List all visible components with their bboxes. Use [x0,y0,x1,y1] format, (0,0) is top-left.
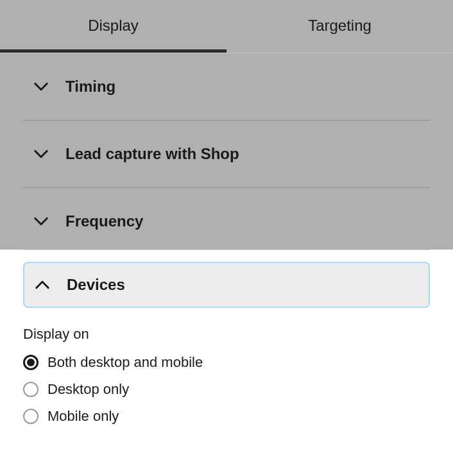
radio-desktop[interactable]: Desktop only [23,381,430,398]
tab-targeting[interactable]: Targeting [226,0,453,53]
accordion-lead-capture-label: Lead capture with Shop [65,145,239,163]
radio-desktop-label: Desktop only [47,381,129,398]
tab-targeting-label: Targeting [308,17,372,34]
radio-circle-icon [23,409,38,424]
tab-display[interactable]: Display [0,0,226,53]
radio-circle-icon [23,382,38,397]
accordion-frequency-label: Frequency [65,212,143,230]
accordion-devices-label: Devices [67,276,125,294]
chevron-up-icon [33,276,51,294]
chevron-down-icon [32,78,50,96]
accordion-lead-capture[interactable]: Lead capture with Shop [23,121,430,188]
devices-section: Devices Display on Both desktop and mobi… [0,262,453,425]
tab-bar: Display Targeting [0,0,453,53]
radio-mobile[interactable]: Mobile only [23,408,430,425]
divider [23,250,430,250]
radio-circle-icon [23,355,38,370]
chevron-down-icon [32,145,50,163]
chevron-down-icon [32,212,50,230]
tab-display-label: Display [88,17,139,34]
dimmed-accordion-region: Timing Lead capture with Shop Frequency [0,53,453,250]
display-on-radio-group: Both desktop and mobile Desktop only Mob… [23,354,430,425]
accordion-frequency[interactable]: Frequency [23,188,430,250]
radio-dot-icon [27,359,35,366]
accordion-devices[interactable]: Devices [23,262,430,308]
radio-mobile-label: Mobile only [47,408,119,425]
radio-both[interactable]: Both desktop and mobile [23,354,430,371]
radio-both-label: Both desktop and mobile [47,354,203,371]
display-on-title: Display on [23,326,430,343]
accordion-timing-label: Timing [65,78,115,96]
accordion-timing[interactable]: Timing [23,53,430,121]
